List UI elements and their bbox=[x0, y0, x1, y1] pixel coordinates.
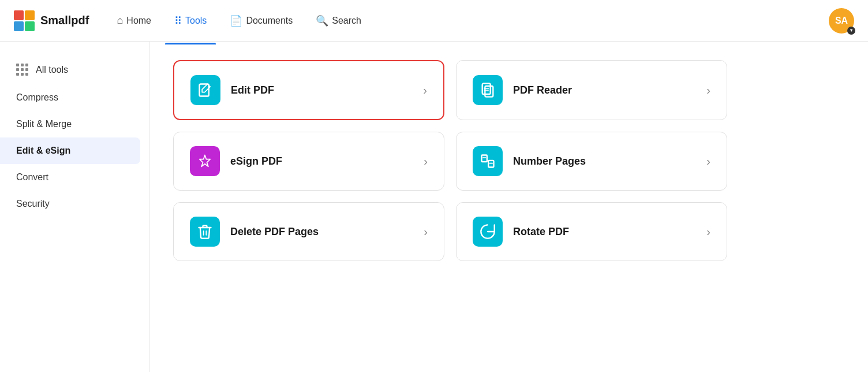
avatar-chevron-icon: ▾ bbox=[847, 27, 855, 35]
content-area: Edit PDF › PDF Reader › bbox=[150, 42, 868, 372]
main-layout: All tools Compress Split & Merge Edit & … bbox=[0, 42, 868, 372]
tool-card-esign-pdf[interactable]: eSign PDF › bbox=[173, 132, 444, 191]
sidebar-item-edit-esign[interactable]: Edit & eSign bbox=[0, 137, 140, 164]
sidebar-item-split-merge[interactable]: Split & Merge bbox=[0, 111, 140, 137]
sidebar-item-security[interactable]: Security bbox=[0, 191, 140, 217]
tool-card-rotate-pdf[interactable]: Rotate PDF › bbox=[456, 202, 727, 261]
logo-icon bbox=[14, 10, 35, 31]
sidebar-item-all-tools[interactable]: All tools bbox=[0, 55, 140, 84]
sidebar-label-convert: Convert bbox=[16, 172, 48, 183]
svg-rect-6 bbox=[482, 155, 487, 162]
tool-card-edit-pdf[interactable]: Edit PDF › bbox=[173, 60, 444, 120]
pdf-reader-icon bbox=[473, 75, 503, 105]
nav-documents-label: Documents bbox=[246, 16, 293, 26]
rotate-pdf-chevron-icon: › bbox=[706, 225, 710, 239]
logo[interactable]: Smallpdf bbox=[14, 10, 89, 31]
tool-card-number-pages[interactable]: Number Pages › bbox=[456, 132, 727, 191]
number-pages-label: Number Pages bbox=[513, 155, 696, 168]
esign-pdf-icon bbox=[190, 146, 220, 176]
nav-tools-label: Tools bbox=[185, 16, 207, 26]
nav-tools[interactable]: ⠿ Tools bbox=[165, 10, 216, 32]
header-right: SA ▾ bbox=[829, 8, 854, 34]
number-pages-chevron-icon: › bbox=[706, 155, 710, 168]
delete-pdf-pages-chevron-icon: › bbox=[424, 225, 428, 239]
pdf-reader-chevron-icon: › bbox=[706, 84, 710, 97]
sidebar-label-security: Security bbox=[16, 199, 50, 209]
svg-marker-5 bbox=[200, 155, 211, 167]
esign-pdf-chevron-icon: › bbox=[424, 155, 428, 168]
main-nav: ⌂ Home ⠿ Tools 📄 Documents 🔍 Search bbox=[107, 10, 810, 32]
sidebar-item-convert[interactable]: Convert bbox=[0, 164, 140, 191]
rotate-pdf-label: Rotate PDF bbox=[513, 226, 696, 238]
edit-pdf-chevron-icon: › bbox=[423, 84, 427, 97]
number-pages-icon bbox=[473, 146, 503, 176]
header: Smallpdf ⌂ Home ⠿ Tools 📄 Documents 🔍 Se… bbox=[0, 0, 868, 42]
nav-search-label: Search bbox=[332, 16, 361, 26]
esign-pdf-label: eSign PDF bbox=[230, 155, 413, 168]
pdf-reader-label: PDF Reader bbox=[513, 84, 696, 96]
nav-documents[interactable]: 📄 Documents bbox=[220, 10, 302, 32]
logo-text: Smallpdf bbox=[40, 14, 89, 27]
delete-pdf-pages-label: Delete PDF Pages bbox=[230, 226, 413, 238]
sidebar-label-compress: Compress bbox=[16, 92, 58, 103]
tool-card-pdf-reader[interactable]: PDF Reader › bbox=[456, 60, 727, 120]
tools-grid: Edit PDF › PDF Reader › bbox=[173, 60, 727, 261]
delete-pdf-pages-icon bbox=[190, 217, 220, 247]
edit-pdf-label: Edit PDF bbox=[231, 84, 413, 96]
documents-icon: 📄 bbox=[230, 14, 242, 27]
avatar[interactable]: SA ▾ bbox=[829, 8, 854, 34]
sidebar-label-split-merge: Split & Merge bbox=[16, 119, 72, 129]
edit-pdf-icon bbox=[190, 75, 220, 105]
svg-rect-2 bbox=[485, 86, 493, 97]
avatar-initials: SA bbox=[835, 16, 848, 26]
nav-search[interactable]: 🔍 Search bbox=[306, 10, 371, 32]
rotate-pdf-icon bbox=[473, 217, 503, 247]
nav-home-label: Home bbox=[126, 16, 151, 26]
search-icon: 🔍 bbox=[316, 14, 328, 27]
grid-icon bbox=[16, 64, 29, 76]
home-icon: ⌂ bbox=[117, 14, 123, 27]
tools-icon: ⠿ bbox=[174, 14, 182, 27]
sidebar-item-compress[interactable]: Compress bbox=[0, 84, 140, 111]
sidebar-label-all-tools: All tools bbox=[36, 65, 68, 75]
nav-home[interactable]: ⌂ Home bbox=[107, 10, 160, 31]
svg-rect-7 bbox=[488, 161, 493, 168]
tool-card-delete-pdf-pages[interactable]: Delete PDF Pages › bbox=[173, 202, 444, 261]
sidebar-label-edit-esign: Edit & eSign bbox=[16, 146, 70, 156]
sidebar: All tools Compress Split & Merge Edit & … bbox=[0, 42, 150, 372]
